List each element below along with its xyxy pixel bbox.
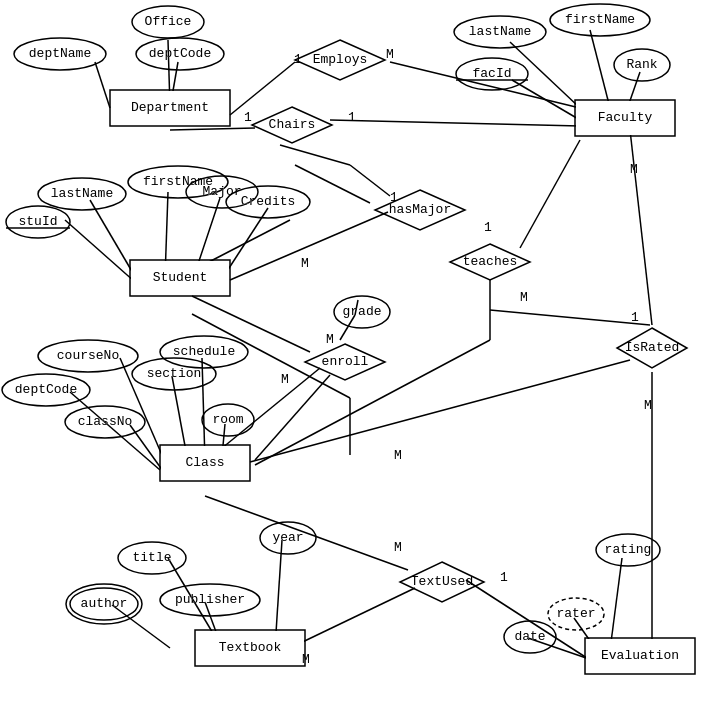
er-diagram (0, 0, 728, 701)
